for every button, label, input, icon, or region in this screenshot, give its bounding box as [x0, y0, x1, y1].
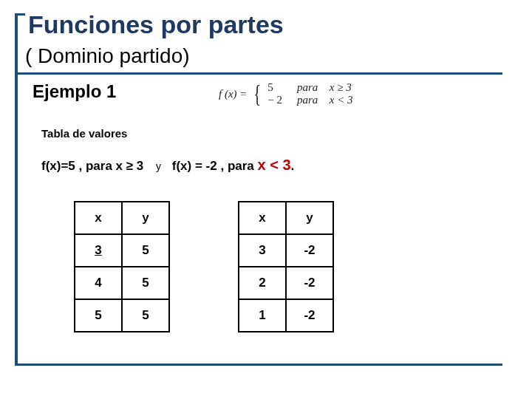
- tables-container: x y 3 5 4 5 5 5 x y 3 -2 2 -2 1 -: [74, 201, 334, 332]
- formula-lhs: f (x) =: [219, 88, 247, 100]
- condition-part2a: f(x) = -2 , para: [172, 159, 258, 173]
- table-row: 3 5: [75, 234, 169, 267]
- table-label: Tabla de valores: [41, 127, 127, 140]
- title-underline: [15, 72, 502, 75]
- table2-cell-y: -2: [286, 299, 333, 332]
- value-table-1: x y 3 5 4 5 5 5: [74, 201, 170, 332]
- piecewise-formula: f (x) = { 5 para x ≥ 3 − 2 para x < 3: [219, 81, 353, 106]
- table1-cell-y: 5: [122, 299, 169, 332]
- table1-cell-x: 5: [75, 299, 122, 332]
- formula-cases: 5 para x ≥ 3 − 2 para x < 3: [267, 81, 352, 106]
- formula-row-1: 5 para x ≥ 3: [267, 81, 352, 94]
- table1-cell-x: 3: [75, 234, 122, 267]
- table-row: x y: [75, 202, 169, 234]
- table-row: 4 5: [75, 267, 169, 299]
- condition-part1: f(x)=5 , para x ≥ 3: [41, 159, 143, 173]
- formula-row-2: − 2 para x < 3: [267, 94, 352, 106]
- table2-cell-x: 2: [239, 267, 286, 299]
- value-table-2: x y 3 -2 2 -2 1 -2: [238, 201, 334, 332]
- table-row: 1 -2: [239, 299, 333, 332]
- formula-row2-cond: x < 3: [330, 94, 353, 106]
- example-label: Ejemplo 1: [33, 81, 116, 102]
- table2-cell-y: -2: [286, 267, 333, 299]
- table-row: 2 -2: [239, 267, 333, 299]
- table1-cell-y: 5: [122, 267, 169, 299]
- table1-header-x: x: [75, 202, 122, 234]
- table-row: 3 -2: [239, 234, 333, 267]
- condition-sep: y: [156, 160, 161, 172]
- table2-cell-x: 3: [239, 234, 286, 267]
- table2-cell-y: -2: [286, 234, 333, 267]
- brace-icon: {: [253, 83, 261, 104]
- formula-row2-para: para: [297, 94, 327, 106]
- slide-border-bottom: [15, 364, 502, 366]
- table1-header-y: y: [122, 202, 169, 234]
- table2-header-y: y: [286, 202, 333, 234]
- slide-border-top-tick: [15, 13, 25, 16]
- table1-cell-x: 4: [75, 267, 122, 299]
- formula-row1-val: 5: [267, 81, 294, 94]
- condition-highlight: x < 3: [258, 157, 291, 173]
- table2-header-x: x: [239, 202, 286, 234]
- slide-border-left: [15, 13, 18, 365]
- table1-cell-y: 5: [122, 234, 169, 267]
- slide-title: Funciones por partes: [28, 10, 284, 39]
- table2-cell-x: 1: [239, 299, 286, 332]
- slide-subtitle: ( Dominio partido): [25, 44, 190, 68]
- condition-line: f(x)=5 , para x ≥ 3 y f(x) = -2 , para x…: [41, 157, 294, 174]
- formula-row2-val: − 2: [267, 94, 294, 106]
- formula-row1-cond: x ≥ 3: [330, 81, 352, 94]
- formula-row1-para: para: [297, 81, 327, 94]
- table-row: 5 5: [75, 299, 169, 332]
- condition-part2c: .: [291, 159, 295, 173]
- table-row: x y: [239, 202, 333, 234]
